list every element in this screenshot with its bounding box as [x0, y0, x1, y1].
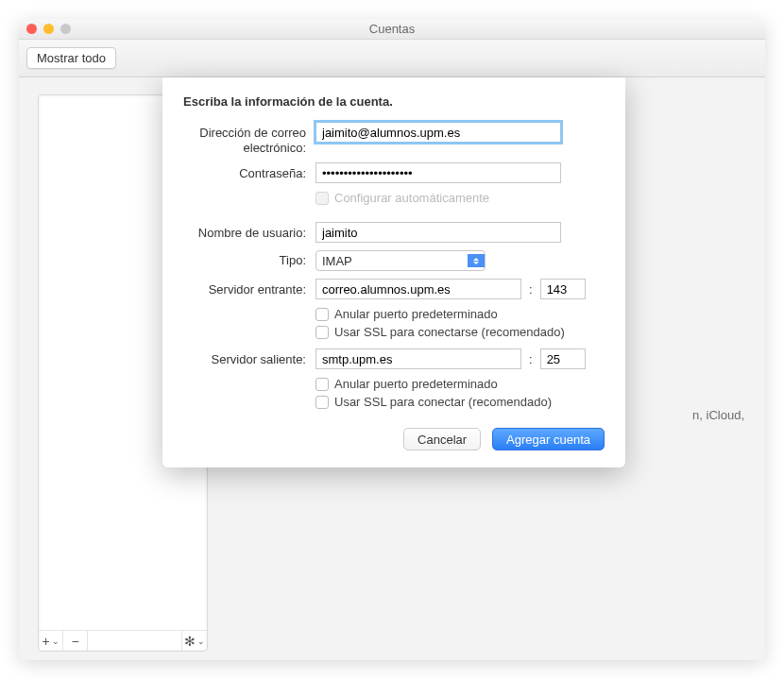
- chevron-down-icon: ⌄: [197, 637, 205, 646]
- outgoing-server-field[interactable]: [315, 348, 521, 369]
- username-field[interactable]: [315, 222, 561, 243]
- port-separator: :: [527, 352, 535, 366]
- window-toolbar: Mostrar todo: [19, 40, 765, 77]
- zoom-window-button[interactable]: [60, 24, 71, 34]
- traffic-lights: [26, 24, 71, 34]
- incoming-server-field[interactable]: [315, 279, 521, 299]
- background-provider-text: n, iCloud,: [692, 408, 744, 422]
- port-separator: :: [527, 282, 535, 297]
- preferences-window: Cuentas Mostrar todo + ⌄ − ✻ ⌄ n: [19, 19, 765, 660]
- incoming-ssl-checkbox[interactable]: [315, 326, 329, 339]
- type-label: Tipo:: [183, 250, 306, 268]
- account-setup-sheet: Escriba la información de la cuenta. Dir…: [162, 77, 625, 467]
- window-titlebar: Cuentas: [19, 19, 765, 40]
- username-label: Nombre de usuario:: [183, 222, 306, 241]
- auto-configure-label: Configurar automáticamente: [334, 191, 489, 205]
- add-account-button[interactable]: Agregar cuenta: [492, 428, 605, 450]
- select-stepper-icon: [468, 254, 485, 267]
- email-label: Dirección de correo electrónico:: [183, 122, 306, 155]
- sidebar-footer: + ⌄ − ✻ ⌄: [39, 630, 207, 651]
- auto-configure-checkbox: [315, 192, 329, 205]
- window-title: Cuentas: [369, 22, 415, 36]
- password-label: Contraseña:: [183, 162, 306, 181]
- account-actions-button[interactable]: ✻ ⌄: [182, 631, 207, 651]
- sidebar-footer-spacer: [88, 631, 182, 651]
- incoming-port-field[interactable]: [540, 279, 586, 299]
- incoming-override-port-label: Anular puerto predeterminado: [334, 307, 498, 321]
- minus-icon: −: [71, 634, 78, 649]
- sheet-heading: Escriba la información de la cuenta.: [183, 94, 605, 109]
- close-window-button[interactable]: [26, 24, 37, 34]
- password-field[interactable]: [315, 162, 561, 183]
- cancel-button[interactable]: Cancelar: [403, 428, 481, 450]
- incoming-ssl-label: Usar SSL para conectarse (recomendado): [334, 325, 565, 339]
- outgoing-port-field[interactable]: [540, 348, 586, 369]
- outgoing-override-port-label: Anular puerto predeterminado: [334, 377, 498, 391]
- account-type-value: IMAP: [322, 254, 352, 268]
- minimize-window-button[interactable]: [43, 24, 54, 34]
- outgoing-server-label: Servidor saliente:: [183, 348, 306, 367]
- outgoing-override-port-checkbox[interactable]: [315, 378, 329, 391]
- gear-icon: ✻: [184, 634, 196, 649]
- plus-icon: +: [42, 634, 49, 649]
- incoming-server-label: Servidor entrante:: [183, 279, 306, 297]
- outgoing-ssl-label: Usar SSL para conectar (recomendado): [334, 395, 552, 409]
- outgoing-ssl-checkbox[interactable]: [315, 396, 329, 409]
- chevron-down-icon: ⌄: [52, 637, 60, 646]
- incoming-override-port-checkbox[interactable]: [315, 308, 329, 321]
- account-type-select[interactable]: IMAP: [315, 250, 486, 271]
- email-field[interactable]: [315, 122, 561, 143]
- add-account-button[interactable]: + ⌄: [39, 631, 63, 651]
- remove-account-button[interactable]: −: [63, 631, 88, 651]
- show-all-button[interactable]: Mostrar todo: [26, 47, 116, 69]
